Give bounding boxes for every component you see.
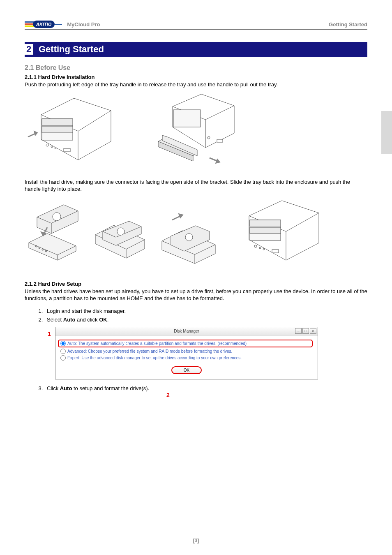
brand-logo: AKITIO: [25, 21, 62, 28]
window-minimize-button[interactable]: –: [295, 328, 302, 334]
step-1: Login and start the disk manager.: [44, 308, 367, 314]
svg-point-30: [185, 234, 193, 241]
section-2-1-2-heading: 2.1.2 Hard Drive Setup: [25, 281, 367, 287]
svg-rect-2: [42, 119, 73, 125]
svg-rect-7: [64, 148, 70, 152]
para-install-drive: Install the hard drive, making sure the …: [25, 178, 367, 193]
disk-manager-dialog: Disk Manager – □ × Auto: The system auto…: [55, 327, 318, 379]
header-product: MyCloud Pro: [67, 21, 100, 28]
step-3: Click Auto to setup and format the drive…: [44, 385, 367, 391]
section-2-1-1-heading: 2.1.1 Hard Drive Installation: [25, 74, 367, 80]
option-advanced-label: Advanced: Choose your preferred file sys…: [67, 349, 232, 354]
option-expert[interactable]: Expert: Use the advanced disk manager to…: [60, 355, 313, 361]
svg-marker-8: [35, 132, 37, 135]
svg-point-23: [45, 250, 47, 252]
dialog-titlebar: Disk Manager – □ ×: [55, 327, 318, 335]
callout-1: 1: [48, 331, 51, 337]
svg-point-37: [259, 247, 261, 249]
window-maximize-button[interactable]: □: [302, 328, 309, 334]
svg-marker-31: [179, 214, 182, 217]
svg-point-36: [254, 245, 257, 247]
svg-rect-10: [173, 110, 201, 127]
dialog-title: Disk Manager: [55, 329, 318, 333]
svg-point-18: [53, 213, 61, 221]
svg-point-5: [51, 146, 53, 148]
chapter-heading: 2 Getting Started: [25, 42, 367, 57]
svg-rect-39: [272, 250, 279, 253]
dialog-body: Auto: The system automatically creates a…: [55, 335, 318, 379]
svg-point-4: [46, 144, 48, 146]
callout-2: 2: [166, 392, 170, 398]
illustration-row-2: [25, 199, 367, 264]
logo-tail-icon: [55, 24, 62, 25]
hdd-align-icon: [25, 199, 82, 264]
radio-advanced[interactable]: [60, 349, 66, 354]
svg-point-6: [55, 147, 56, 149]
svg-point-38: [263, 248, 265, 250]
enclosure-closed-icon: [237, 199, 323, 264]
ok-button[interactable]: OK: [171, 366, 202, 374]
page-number: [3]: [0, 538, 392, 543]
page-header: AKITIO MyCloud Pro Getting Started: [25, 21, 367, 30]
step-2: Select Auto and click OK.: [44, 317, 367, 323]
side-thumb-tab: [381, 111, 392, 154]
svg-rect-35: [250, 227, 281, 234]
illustration-row-1: [25, 94, 367, 166]
window-close-button[interactable]: ×: [310, 328, 316, 334]
svg-rect-3: [42, 126, 73, 133]
header-section: Getting Started: [329, 21, 367, 28]
enclosure-tray-pull-icon: [136, 94, 238, 166]
para-tray-release: Push the protruding left edge of the tra…: [25, 81, 367, 88]
radio-expert[interactable]: [60, 355, 66, 361]
setup-steps-list: Login and start the disk manager. Select…: [44, 308, 367, 323]
disk-manager-screenshot: 1 Disk Manager – □ × Auto: The system au…: [55, 327, 367, 379]
svg-rect-15: [217, 139, 223, 142]
option-auto[interactable]: Auto: The system automatically creates a…: [58, 340, 313, 347]
svg-marker-16: [216, 160, 219, 163]
svg-point-21: [39, 247, 40, 249]
svg-point-14: [208, 136, 210, 139]
svg-point-20: [35, 245, 37, 247]
option-auto-label: Auto: The system automatically creates a…: [67, 341, 247, 346]
radio-auto[interactable]: [60, 341, 66, 346]
chapter-number: 2: [25, 44, 33, 55]
svg-rect-34: [250, 220, 281, 226]
tray-insert-icon: [158, 199, 228, 264]
svg-point-22: [42, 249, 44, 250]
option-expert-label: Expert: Use the advanced disk manager to…: [67, 356, 242, 360]
hdd-in-tray-icon: [91, 199, 149, 264]
chapter-title: Getting Started: [39, 44, 104, 55]
option-advanced[interactable]: Advanced: Choose your preferred file sys…: [60, 349, 313, 354]
para-drive-setup: Unless the hard drives have been set up …: [25, 288, 367, 302]
svg-point-27: [117, 228, 125, 235]
section-2-1-heading: 2.1 Before Use: [25, 64, 367, 72]
enclosure-tray-handle-icon: [25, 94, 119, 166]
logo-text: AKITIO: [33, 21, 55, 28]
setup-steps-list-cont: Click Auto to setup and format the drive…: [44, 385, 367, 391]
